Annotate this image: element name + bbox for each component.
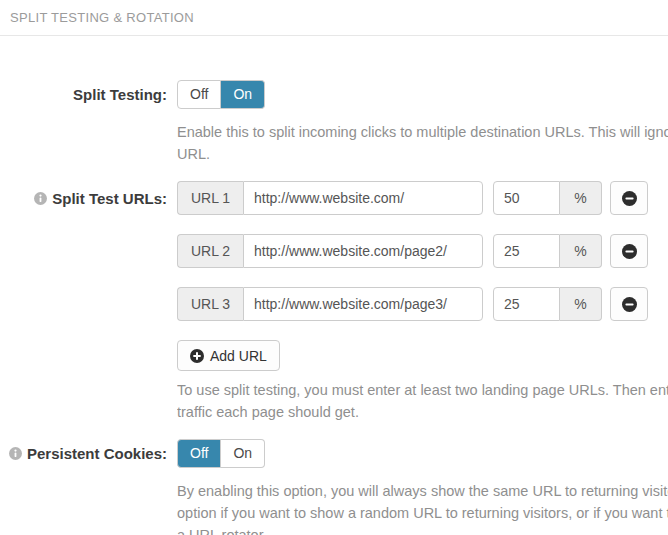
minus-circle-icon [622,191,637,206]
split-testing-label-col: Split Testing: [0,80,177,109]
add-url-button[interactable]: Add URL [177,340,280,371]
url-3-percent-unit: % [560,287,602,321]
add-url-label: Add URL [210,348,267,364]
help-line: URL. [177,143,668,165]
help-line: Enable this to split incoming clicks to … [177,121,668,143]
url-row-2: URL 2 % [177,234,668,268]
url-2-percent-input[interactable] [493,234,560,268]
minus-circle-icon [622,297,637,312]
split-test-urls-label-col: Split Test URLs: [0,181,177,215]
url-3-percent-input[interactable] [493,287,560,321]
url-1-input[interactable] [243,181,483,215]
persistent-cookies-toggle: Off On [177,439,265,468]
help-line: To use split testing, you must enter at … [177,379,668,401]
split-testing-off-button[interactable]: Off [177,80,221,109]
split-test-urls-label: Split Test URLs: [52,190,167,207]
section-header: SPLIT TESTING & ROTATION [0,0,668,36]
persistent-cookies-label: Persistent Cookies: [27,445,167,462]
persistent-cookies-off-button[interactable]: Off [177,439,221,468]
persistent-cookies-row: Persistent Cookies: Off On By enabling t… [0,439,668,535]
split-testing-help: Enable this to split incoming clicks to … [177,121,668,165]
split-test-urls-row: Split Test URLs: URL 1 % [0,181,668,423]
url-row-3: URL 3 % [177,287,668,321]
plus-circle-icon [190,349,204,363]
split-test-urls-help: To use split testing, you must enter at … [177,379,668,423]
persistent-cookies-help: By enabling this option, you will always… [177,480,668,535]
persistent-cookies-label-col: Persistent Cookies: [0,439,177,468]
url-2-percent-unit: % [560,234,602,268]
url-1-remove-button[interactable] [610,181,648,215]
url-3-input[interactable] [243,287,483,321]
persistent-cookies-on-button[interactable]: On [221,439,265,468]
split-testing-toggle: Off On [177,80,265,109]
url-1-percent-input[interactable] [493,181,560,215]
section-title: SPLIT TESTING & ROTATION [10,10,194,25]
url-2-remove-button[interactable] [610,234,648,268]
help-line: a URL rotator. [177,524,668,535]
minus-circle-icon [622,244,637,259]
help-line: traffic each page should get. [177,401,668,423]
split-testing-row: Split Testing: Off On Enable this to spl… [0,80,668,165]
help-line: option if you want to show a random URL … [177,502,668,524]
info-circle-icon[interactable] [34,192,47,205]
url-1-prefix: URL 1 [177,181,243,215]
info-circle-icon[interactable] [9,447,22,460]
url-2-prefix: URL 2 [177,234,243,268]
url-3-prefix: URL 3 [177,287,243,321]
split-testing-on-button[interactable]: On [221,80,265,109]
url-3-remove-button[interactable] [610,287,648,321]
url-2-input[interactable] [243,234,483,268]
url-row-1: URL 1 % [177,181,668,215]
split-testing-label: Split Testing: [73,86,167,103]
help-line: By enabling this option, you will always… [177,480,668,502]
split-testing-panel: SPLIT TESTING & ROTATION Split Testing: … [0,0,668,535]
url-1-percent-unit: % [560,181,602,215]
